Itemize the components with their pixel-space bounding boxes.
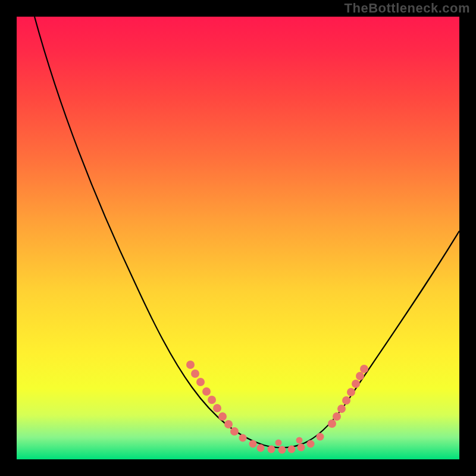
- svg-point-21: [278, 446, 286, 454]
- chart-frame: TheBottleneck.com: [0, 0, 476, 476]
- svg-point-14: [352, 380, 360, 388]
- svg-point-12: [342, 396, 350, 405]
- svg-point-13: [347, 388, 355, 396]
- svg-point-6: [218, 412, 227, 421]
- svg-point-18: [249, 440, 257, 448]
- svg-point-10: [333, 412, 341, 421]
- svg-point-22: [288, 446, 296, 453]
- watermark-text: TheBottleneck.com: [345, 1, 470, 16]
- svg-point-4: [208, 396, 216, 404]
- svg-point-8: [230, 427, 239, 436]
- plot-area: [17, 17, 459, 459]
- svg-point-2: [196, 378, 205, 386]
- bottleneck-curve: [35, 17, 459, 448]
- marker-cluster-bottom: [239, 433, 324, 454]
- svg-point-3: [202, 387, 211, 396]
- svg-point-24: [307, 440, 315, 448]
- svg-point-23: [298, 444, 305, 452]
- svg-point-26: [296, 437, 303, 444]
- svg-point-15: [356, 372, 364, 380]
- svg-point-17: [239, 434, 247, 442]
- svg-point-25: [317, 433, 324, 441]
- svg-point-1: [191, 369, 199, 378]
- svg-point-19: [257, 444, 265, 452]
- marker-cluster-left: [186, 361, 239, 436]
- svg-point-27: [275, 440, 282, 446]
- svg-point-20: [268, 446, 275, 453]
- svg-point-9: [328, 419, 336, 428]
- svg-point-11: [337, 405, 346, 413]
- svg-point-16: [360, 365, 368, 373]
- svg-point-0: [186, 361, 195, 369]
- curve-layer: [17, 17, 459, 459]
- marker-cluster-right: [328, 365, 368, 428]
- svg-point-7: [224, 420, 233, 428]
- svg-point-5: [213, 404, 221, 412]
